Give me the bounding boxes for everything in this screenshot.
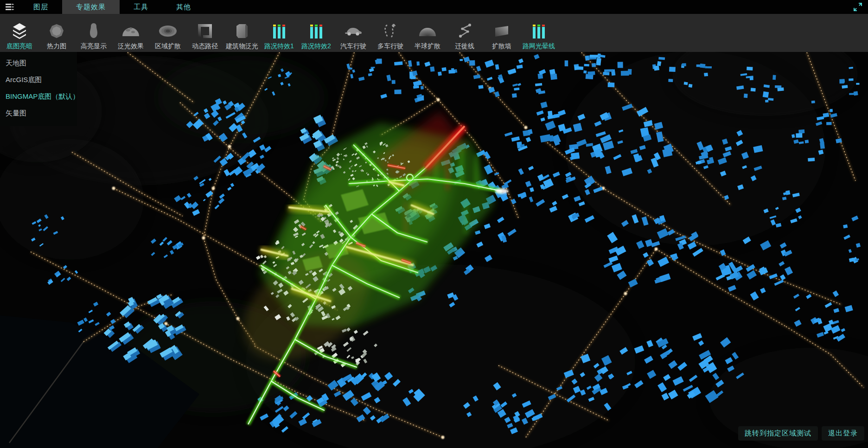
- basemap-dropdown-panel: 天地图ArcGIS底图BINGMAP底图（默认）矢量图: [0, 52, 77, 126]
- fullscreen-icon[interactable]: [848, 0, 868, 14]
- traffic-bars-icon: [531, 20, 546, 42]
- basemap-option-1[interactable]: 天地图: [0, 55, 77, 71]
- effects-toolbar: 底图亮暗热力图高亮显示泛光效果区域扩散动态路径建筑物泛光路况特效1路况特效2汽车…: [0, 14, 868, 52]
- map-3d-scene[interactable]: [0, 52, 868, 448]
- globe-dome-icon: [121, 20, 140, 42]
- menu-bar: 图层专题效果工具其他: [0, 0, 868, 14]
- tool-item-label: 动态路径: [192, 42, 218, 50]
- menu-tab-2[interactable]: 专题效果: [62, 0, 120, 14]
- tool-item-label: 建筑物泛光: [226, 42, 258, 50]
- traffic-bars-icon: [309, 20, 324, 42]
- tool-item-label: 多车行驶: [377, 42, 403, 50]
- heatmap-icon: [49, 20, 64, 42]
- tool-item-4[interactable]: 泛光效果: [112, 14, 149, 52]
- building-bloom-icon: [236, 20, 249, 42]
- tool-item-label: 汽车行驶: [340, 42, 366, 50]
- tool-item-15[interactable]: 路网光晕线: [520, 14, 557, 52]
- tool-item-label: 半球扩散: [415, 42, 440, 50]
- tool-item-label: 热力图: [47, 42, 66, 50]
- app-root: 图层专题效果工具其他 底图亮暗热力图高亮显示泛光效果区域扩散动态路径建筑物泛光路…: [0, 0, 868, 448]
- tool-item-14[interactable]: 扩散墙: [483, 14, 520, 52]
- menu-spacer: [205, 0, 848, 14]
- multi-route-icon: [383, 20, 397, 42]
- tool-item-7[interactable]: 建筑物泛光: [223, 14, 261, 52]
- tool-item-label: 扩散墙: [492, 42, 511, 50]
- logout-button[interactable]: 退出登录: [822, 426, 864, 441]
- tool-item-10[interactable]: 汽车行驶: [335, 14, 372, 52]
- tool-item-6[interactable]: 动态路径: [186, 14, 223, 52]
- tool-item-label: 迁徙线: [455, 42, 474, 50]
- tool-item-2[interactable]: 热力图: [38, 14, 75, 52]
- jump-to-region-button[interactable]: 跳转到指定区域测试: [738, 426, 818, 441]
- menu-tab-4[interactable]: 其他: [162, 0, 205, 14]
- tool-item-label: 区域扩散: [155, 42, 181, 50]
- tool-item-label: 泛光效果: [118, 42, 144, 50]
- layers-icon: [11, 20, 28, 42]
- basemap-option-4[interactable]: 矢量图: [0, 105, 77, 122]
- tool-item-5[interactable]: 区域扩散: [149, 14, 186, 52]
- hamburger-menu-icon[interactable]: [0, 0, 19, 14]
- migration-line-icon: [457, 20, 472, 42]
- tool-item-1[interactable]: 底图亮暗: [1, 14, 38, 52]
- tool-item-label: 路网光晕线: [523, 42, 555, 50]
- tool-item-label: 路况特效1: [264, 42, 294, 50]
- tool-item-11[interactable]: 多车行驶: [372, 14, 409, 52]
- footer-actions: 跳转到指定区域测试 退出登录: [738, 426, 864, 441]
- tool-item-label: 底图亮暗: [6, 42, 32, 50]
- traffic-bars-icon: [272, 20, 287, 42]
- tool-item-12[interactable]: 半球扩散: [409, 14, 446, 52]
- tool-item-label: 高亮显示: [81, 42, 107, 50]
- tool-item-13[interactable]: 迁徙线: [446, 14, 483, 52]
- car-icon: [344, 20, 363, 42]
- menu-tab-1[interactable]: 图层: [19, 0, 62, 14]
- basemap-option-3[interactable]: BINGMAP底图（默认）: [0, 88, 77, 105]
- dynamic-path-icon: [198, 20, 212, 42]
- menu-tab-3[interactable]: 工具: [120, 0, 162, 14]
- highlight-drop-icon: [89, 20, 99, 42]
- tool-item-8[interactable]: 路况特效1: [261, 14, 298, 52]
- diffuse-wall-icon: [493, 20, 510, 42]
- area-ripple-icon: [159, 20, 177, 42]
- tool-item-9[interactable]: 路况特效2: [298, 14, 335, 52]
- hemisphere-icon: [418, 20, 437, 42]
- basemap-option-2[interactable]: ArcGIS底图: [0, 71, 77, 88]
- tool-item-label: 路况特效2: [301, 42, 331, 50]
- tool-item-3[interactable]: 高亮显示: [75, 14, 112, 52]
